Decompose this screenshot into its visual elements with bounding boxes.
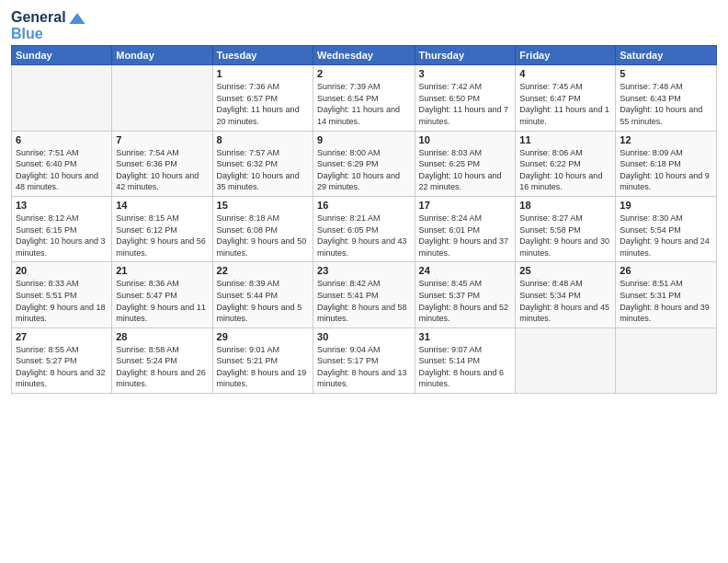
calendar-cell: 24Sunrise: 8:45 AMSunset: 5:37 PMDayligh… xyxy=(415,262,516,327)
calendar-week-row: 1Sunrise: 7:36 AMSunset: 6:57 PMDaylight… xyxy=(12,65,717,131)
weekday-header: Monday xyxy=(112,46,212,65)
calendar-cell xyxy=(516,327,616,393)
weekday-header-row: SundayMondayTuesdayWednesdayThursdayFrid… xyxy=(12,46,717,65)
day-info: Sunrise: 8:24 AMSunset: 6:01 PMDaylight:… xyxy=(419,213,512,259)
day-number: 3 xyxy=(419,68,512,79)
day-number: 31 xyxy=(419,331,512,342)
day-number: 26 xyxy=(620,265,712,276)
day-info: Sunrise: 7:42 AMSunset: 6:50 PMDaylight:… xyxy=(419,81,512,127)
day-number: 6 xyxy=(16,134,108,145)
calendar-cell: 3Sunrise: 7:42 AMSunset: 6:50 PMDaylight… xyxy=(415,65,516,131)
calendar-cell: 30Sunrise: 9:04 AMSunset: 5:17 PMDayligh… xyxy=(313,327,415,393)
day-number: 1 xyxy=(217,68,309,79)
day-number: 24 xyxy=(419,265,512,276)
day-number: 28 xyxy=(116,331,208,342)
header: GeneralBlue xyxy=(11,9,717,41)
calendar-cell: 7Sunrise: 7:54 AMSunset: 6:36 PMDaylight… xyxy=(112,131,212,196)
weekday-header: Wednesday xyxy=(313,46,415,65)
day-info: Sunrise: 8:27 AMSunset: 5:58 PMDaylight:… xyxy=(519,213,611,259)
calendar-cell: 15Sunrise: 8:18 AMSunset: 6:08 PMDayligh… xyxy=(212,196,313,261)
calendar-table: SundayMondayTuesdayWednesdayThursdayFrid… xyxy=(11,45,717,394)
day-number: 2 xyxy=(317,68,410,79)
day-number: 20 xyxy=(16,265,108,276)
day-info: Sunrise: 7:36 AMSunset: 6:57 PMDaylight:… xyxy=(217,81,309,127)
day-info: Sunrise: 8:03 AMSunset: 6:25 PMDaylight:… xyxy=(419,147,512,193)
calendar-cell: 12Sunrise: 8:09 AMSunset: 6:18 PMDayligh… xyxy=(616,131,717,196)
day-info: Sunrise: 7:48 AMSunset: 6:43 PMDaylight:… xyxy=(620,81,712,127)
day-info: Sunrise: 9:04 AMSunset: 5:17 PMDaylight:… xyxy=(317,344,410,390)
calendar-cell: 14Sunrise: 8:15 AMSunset: 6:12 PMDayligh… xyxy=(112,196,212,261)
day-info: Sunrise: 7:57 AMSunset: 6:32 PMDaylight:… xyxy=(217,147,309,193)
weekday-header: Saturday xyxy=(616,46,717,65)
day-number: 23 xyxy=(317,265,410,276)
calendar-cell: 1Sunrise: 7:36 AMSunset: 6:57 PMDaylight… xyxy=(212,65,313,131)
day-number: 13 xyxy=(16,200,108,211)
calendar-cell: 5Sunrise: 7:48 AMSunset: 6:43 PMDaylight… xyxy=(616,65,717,131)
day-number: 18 xyxy=(519,200,611,211)
day-info: Sunrise: 8:45 AMSunset: 5:37 PMDaylight:… xyxy=(419,278,512,324)
day-number: 10 xyxy=(419,134,512,145)
day-info: Sunrise: 8:36 AMSunset: 5:47 PMDaylight:… xyxy=(116,278,208,324)
day-number: 15 xyxy=(217,200,309,211)
page-container: GeneralBlue SundayMondayTuesdayWednesday… xyxy=(0,0,728,401)
calendar-cell: 22Sunrise: 8:39 AMSunset: 5:44 PMDayligh… xyxy=(212,262,313,327)
day-info: Sunrise: 8:33 AMSunset: 5:51 PMDaylight:… xyxy=(16,278,108,324)
day-info: Sunrise: 8:00 AMSunset: 6:29 PMDaylight:… xyxy=(317,147,410,193)
calendar-cell: 23Sunrise: 8:42 AMSunset: 5:41 PMDayligh… xyxy=(313,262,415,327)
calendar-cell: 19Sunrise: 8:30 AMSunset: 5:54 PMDayligh… xyxy=(616,196,717,261)
day-info: Sunrise: 8:39 AMSunset: 5:44 PMDaylight:… xyxy=(217,278,309,324)
weekday-header: Thursday xyxy=(415,46,516,65)
calendar-cell: 26Sunrise: 8:51 AMSunset: 5:31 PMDayligh… xyxy=(616,262,717,327)
day-info: Sunrise: 8:58 AMSunset: 5:24 PMDaylight:… xyxy=(116,344,208,390)
calendar-cell: 21Sunrise: 8:36 AMSunset: 5:47 PMDayligh… xyxy=(112,262,212,327)
day-info: Sunrise: 9:07 AMSunset: 5:14 PMDaylight:… xyxy=(419,344,512,390)
day-number: 25 xyxy=(519,265,611,276)
day-number: 27 xyxy=(16,331,108,342)
calendar-cell: 10Sunrise: 8:03 AMSunset: 6:25 PMDayligh… xyxy=(415,131,516,196)
calendar-week-row: 27Sunrise: 8:55 AMSunset: 5:27 PMDayligh… xyxy=(12,327,717,393)
calendar-cell: 31Sunrise: 9:07 AMSunset: 5:14 PMDayligh… xyxy=(415,327,516,393)
calendar-cell: 20Sunrise: 8:33 AMSunset: 5:51 PMDayligh… xyxy=(12,262,112,327)
day-number: 14 xyxy=(116,200,208,211)
calendar-cell: 8Sunrise: 7:57 AMSunset: 6:32 PMDaylight… xyxy=(212,131,313,196)
day-number: 22 xyxy=(217,265,309,276)
day-number: 5 xyxy=(620,68,712,79)
day-number: 29 xyxy=(217,331,309,342)
day-number: 16 xyxy=(317,200,410,211)
day-info: Sunrise: 7:51 AMSunset: 6:40 PMDaylight:… xyxy=(16,147,108,193)
day-number: 30 xyxy=(317,331,410,342)
calendar-cell: 17Sunrise: 8:24 AMSunset: 6:01 PMDayligh… xyxy=(415,196,516,261)
day-number: 7 xyxy=(116,134,208,145)
calendar-cell: 29Sunrise: 9:01 AMSunset: 5:21 PMDayligh… xyxy=(212,327,313,393)
calendar-week-row: 6Sunrise: 7:51 AMSunset: 6:40 PMDaylight… xyxy=(12,131,717,196)
day-info: Sunrise: 8:55 AMSunset: 5:27 PMDaylight:… xyxy=(16,344,108,390)
day-info: Sunrise: 8:51 AMSunset: 5:31 PMDaylight:… xyxy=(620,278,712,324)
day-info: Sunrise: 8:12 AMSunset: 6:15 PMDaylight:… xyxy=(16,213,108,259)
day-number: 17 xyxy=(419,200,512,211)
day-number: 4 xyxy=(519,68,611,79)
calendar-cell: 13Sunrise: 8:12 AMSunset: 6:15 PMDayligh… xyxy=(12,196,112,261)
day-number: 19 xyxy=(620,200,712,211)
day-info: Sunrise: 8:21 AMSunset: 6:05 PMDaylight:… xyxy=(317,213,410,259)
day-info: Sunrise: 8:42 AMSunset: 5:41 PMDaylight:… xyxy=(317,278,410,324)
calendar-cell xyxy=(616,327,717,393)
day-info: Sunrise: 7:39 AMSunset: 6:54 PMDaylight:… xyxy=(317,81,410,127)
calendar-cell: 6Sunrise: 7:51 AMSunset: 6:40 PMDaylight… xyxy=(12,131,112,196)
calendar-cell: 11Sunrise: 8:06 AMSunset: 6:22 PMDayligh… xyxy=(516,131,616,196)
svg-marker-0 xyxy=(69,13,85,24)
calendar-cell: 4Sunrise: 7:45 AMSunset: 6:47 PMDaylight… xyxy=(516,65,616,131)
day-info: Sunrise: 7:45 AMSunset: 6:47 PMDaylight:… xyxy=(519,81,611,127)
day-info: Sunrise: 7:54 AMSunset: 6:36 PMDaylight:… xyxy=(116,147,208,193)
calendar-cell: 2Sunrise: 7:39 AMSunset: 6:54 PMDaylight… xyxy=(313,65,415,131)
calendar-cell xyxy=(12,65,112,131)
calendar-cell: 28Sunrise: 8:58 AMSunset: 5:24 PMDayligh… xyxy=(112,327,212,393)
calendar-week-row: 20Sunrise: 8:33 AMSunset: 5:51 PMDayligh… xyxy=(12,262,717,327)
day-info: Sunrise: 9:01 AMSunset: 5:21 PMDaylight:… xyxy=(217,344,309,390)
weekday-header: Tuesday xyxy=(212,46,313,65)
day-number: 21 xyxy=(116,265,208,276)
day-info: Sunrise: 8:18 AMSunset: 6:08 PMDaylight:… xyxy=(217,213,309,259)
weekday-header: Sunday xyxy=(12,46,112,65)
day-number: 12 xyxy=(620,134,712,145)
day-info: Sunrise: 8:06 AMSunset: 6:22 PMDaylight:… xyxy=(519,147,611,193)
weekday-header: Friday xyxy=(516,46,616,65)
